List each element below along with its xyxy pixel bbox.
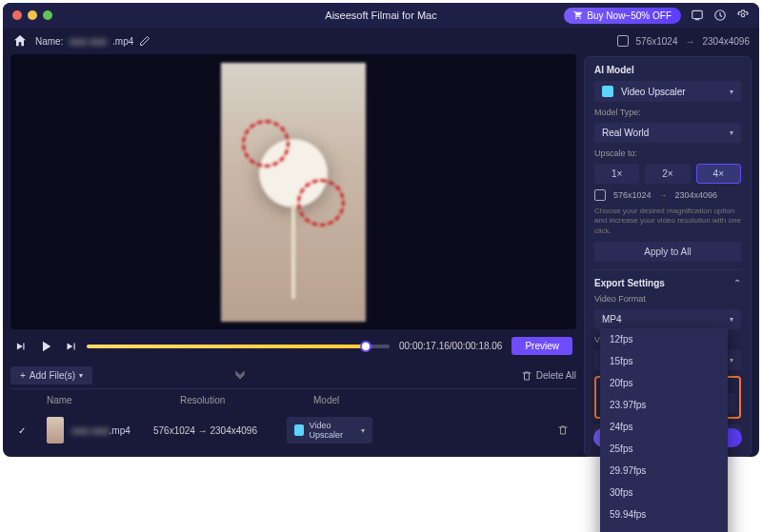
fps-option[interactable]: 60fps — [600, 525, 728, 532]
trash-icon — [521, 370, 532, 382]
row-model-select[interactable]: Video Upscaler▾ — [287, 417, 372, 443]
col-resolution: Resolution — [180, 395, 313, 405]
close-icon[interactable] — [12, 10, 22, 20]
model-type-label: Model Type: — [594, 108, 741, 117]
edit-icon[interactable] — [139, 35, 150, 47]
buy-now-button[interactable]: Buy Now−50% OFF — [564, 8, 681, 24]
ai-model-title: AI Model — [594, 65, 741, 75]
fps-option[interactable]: 25fps — [600, 438, 728, 460]
filename-display: Name: ■■■-■■■.mp4 — [35, 35, 150, 47]
aspect-icon — [594, 189, 606, 201]
play-icon[interactable] — [37, 338, 54, 355]
table-row[interactable]: ✓ ■■■-■■■.mp4 576x1024 → 2304x4096 Video… — [10, 411, 576, 449]
upscale-label: Upscale to: — [594, 148, 741, 158]
settings-icon[interactable] — [736, 9, 750, 22]
collapse-icon[interactable]: ⌃ — [733, 278, 741, 288]
progress-bar[interactable] — [87, 345, 390, 348]
maximize-icon[interactable] — [43, 10, 52, 20]
minimize-icon[interactable] — [28, 10, 37, 20]
player-controls: 00:00:17.16/00:00:18.06 Preview — [10, 329, 576, 363]
model-type-select[interactable]: Real World▾ — [594, 123, 741, 143]
col-model: Model — [313, 395, 569, 405]
upscaler-icon — [602, 86, 613, 97]
fps-option[interactable]: 23.97fps — [600, 394, 728, 416]
upscale-4x[interactable]: 4× — [696, 164, 741, 184]
row-resolution: 576x1024 → 2304x4096 — [153, 425, 287, 436]
app-title: Aiseesoft Filmai for Mac — [325, 10, 436, 21]
svg-rect-0 — [692, 10, 703, 18]
format-select[interactable]: MP4▾ — [594, 309, 741, 329]
time-display: 00:00:17.16/00:00:18.06 — [399, 341, 502, 351]
fps-option[interactable]: 59.94fps — [600, 503, 728, 525]
svg-point-2 — [741, 13, 745, 17]
history-icon[interactable] — [713, 9, 727, 22]
chevron-down-icon[interactable] — [233, 369, 247, 383]
fps-option[interactable]: 29.97fps — [600, 460, 728, 482]
add-file-button[interactable]: + Add File(s) ▾ — [10, 366, 92, 384]
upscale-buttons: 1× 2× 4× — [594, 164, 741, 184]
row-checkbox[interactable]: ✓ — [18, 425, 47, 436]
upscale-1x[interactable]: 1× — [594, 164, 639, 184]
resolution-info: 576x1024 → 2304x4096 — [617, 35, 750, 47]
delete-all-button[interactable]: Delete All — [521, 370, 576, 382]
titlebar: Aiseesoft Filmai for Mac Buy Now−50% OFF — [3, 3, 759, 28]
fps-option[interactable]: 15fps — [600, 350, 728, 372]
row-thumbnail — [47, 417, 64, 443]
framerate-dropdown: 12fps 15fps 20fps 23.97fps 24fps 25fps 2… — [600, 328, 728, 532]
home-icon[interactable] — [12, 33, 28, 49]
apply-all-button[interactable]: Apply to All — [594, 242, 741, 262]
export-title: Export Settings — [594, 278, 665, 288]
trash-icon[interactable] — [557, 424, 569, 436]
next-frame-icon[interactable] — [64, 340, 77, 353]
aspect-icon — [617, 35, 629, 47]
cart-icon — [573, 10, 583, 20]
upscale-res-info: 576x1024→2304x4096 — [594, 189, 741, 201]
fps-option[interactable]: 12fps — [600, 328, 728, 350]
fps-option[interactable]: 24fps — [600, 416, 728, 438]
col-name: Name — [47, 395, 180, 405]
hint-text: Choose your desired magnification option… — [594, 207, 741, 236]
ai-model-select[interactable]: Video Upscaler▾ — [594, 81, 741, 102]
preview-button[interactable]: Preview — [511, 337, 572, 355]
feedback-icon[interactable] — [691, 9, 704, 22]
prev-frame-icon[interactable] — [14, 340, 28, 353]
fps-option[interactable]: 30fps — [600, 482, 728, 503]
file-table: Name Resolution Model ✓ ■■■-■■■.mp4 576x… — [10, 388, 576, 449]
toolbar: Name: ■■■-■■■.mp4 576x1024 → 2304x4096 — [3, 28, 759, 54]
video-frame — [221, 63, 366, 322]
format-label: Video Format — [594, 294, 741, 304]
video-preview — [10, 54, 576, 329]
upscaler-icon — [294, 424, 304, 436]
fps-option[interactable]: 20fps — [600, 372, 728, 394]
window-controls — [12, 10, 52, 20]
upscale-2x[interactable]: 2× — [645, 164, 690, 184]
